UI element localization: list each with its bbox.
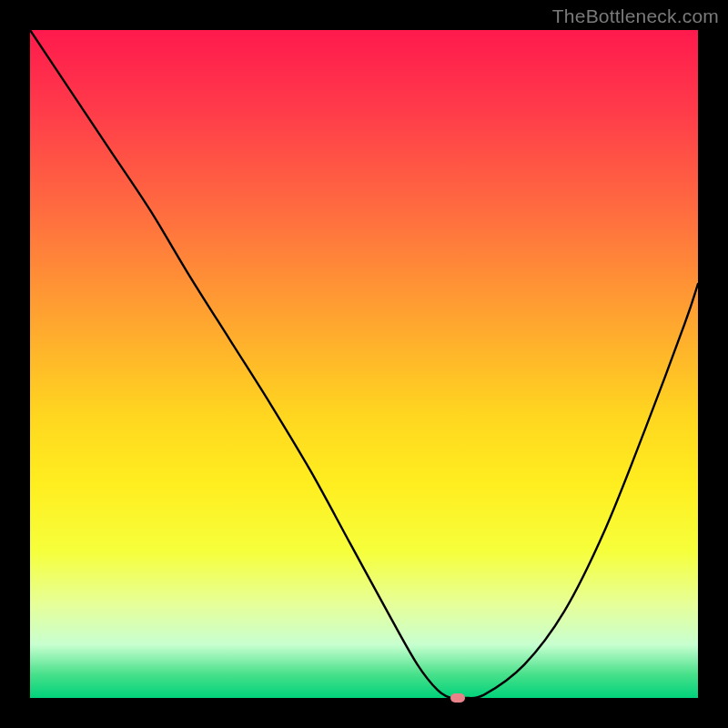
- optimal-marker: [450, 693, 465, 703]
- plot-area: [30, 30, 698, 698]
- watermark-text: TheBottleneck.com: [552, 5, 719, 27]
- chart-frame: TheBottleneck.com: [0, 0, 728, 728]
- bottleneck-curve: [30, 30, 698, 698]
